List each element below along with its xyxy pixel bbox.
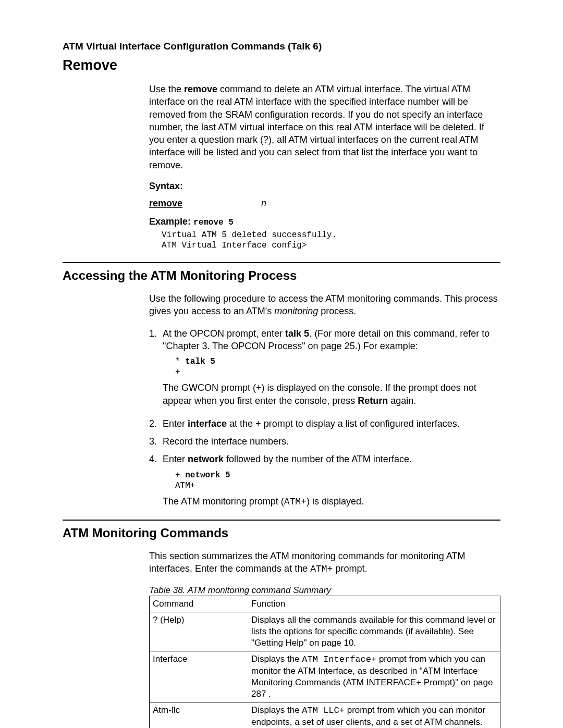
example-line: Example: remove 5 bbox=[149, 216, 500, 228]
heading-accessing: Accessing the ATM Monitoring Process bbox=[63, 268, 500, 283]
syntax-arg: n bbox=[261, 198, 266, 209]
page: ATM Virtual Interface Configuration Comm… bbox=[0, 0, 563, 728]
command-summary-table: Command Function ? (Help) Displays all t… bbox=[149, 596, 500, 728]
example-cmd: remove 5 bbox=[193, 218, 234, 227]
access-body: Use the following procedure to access th… bbox=[149, 292, 500, 508]
access-intro: Use the following procedure to access th… bbox=[149, 292, 500, 318]
heading-moncmds: ATM Monitoring Commands bbox=[63, 526, 500, 540]
step1-after: The GWCON prompt (+) is displayed on the… bbox=[163, 381, 500, 407]
remove-description: Use the remove command to delete an ATM … bbox=[149, 83, 500, 171]
list-item: 1. At the OPCON prompt, enter talk 5. (F… bbox=[149, 327, 500, 412]
divider bbox=[63, 520, 500, 521]
table-caption: Table 38. ATM monitoring command Summary bbox=[149, 585, 500, 596]
table-row: Command Function bbox=[150, 596, 500, 612]
heading-remove: Remove bbox=[63, 57, 500, 73]
remove-body: Use the remove command to delete an ATM … bbox=[149, 83, 500, 251]
running-header: ATM Virtual Interface Configuration Comm… bbox=[63, 41, 500, 52]
table-row: ? (Help) Displays all the commands avail… bbox=[150, 612, 500, 651]
moncmds-body: This section summarizes the ATM monitori… bbox=[149, 550, 500, 728]
table-row: Atm-llc Displays the ATM LLC+ prompt fro… bbox=[150, 702, 500, 728]
step4-code: + network 5 ATM+ bbox=[175, 470, 500, 491]
syntax-label: Syntax: bbox=[149, 181, 500, 192]
procedure-list: 1. At the OPCON prompt, enter talk 5. (F… bbox=[149, 327, 500, 508]
list-item: 3. Record the interface numbers. bbox=[149, 435, 500, 448]
example-output: Virtual ATM 5 deleted successfully. ATM … bbox=[162, 230, 500, 251]
step4-after: The ATM monitoring prompt (ATM+) is disp… bbox=[163, 495, 500, 508]
table-header-function: Function bbox=[248, 596, 500, 612]
table-header-command: Command bbox=[150, 596, 249, 612]
list-item: 2. Enter interface at the + prompt to di… bbox=[149, 417, 500, 430]
remove-cmd-inline: remove bbox=[184, 84, 217, 94]
table-row: Interface Displays the ATM Interface+ pr… bbox=[150, 651, 500, 702]
list-item: 4. Enter network followed by the number … bbox=[149, 453, 500, 508]
moncmds-intro: This section summarizes the ATM monitori… bbox=[149, 550, 500, 576]
divider bbox=[63, 262, 500, 263]
syntax-row: remove n bbox=[149, 198, 500, 209]
syntax-command: remove bbox=[149, 198, 261, 209]
step1-code: * talk 5 + bbox=[175, 356, 500, 377]
